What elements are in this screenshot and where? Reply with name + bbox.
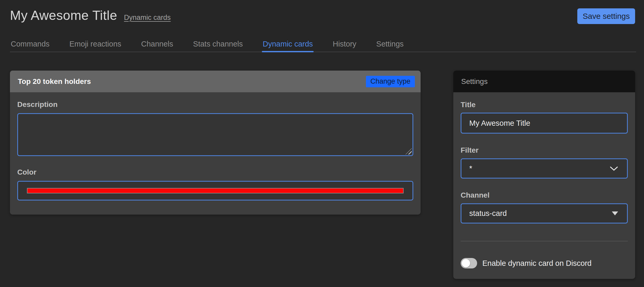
filter-label: Filter bbox=[461, 146, 628, 154]
color-swatch bbox=[27, 188, 404, 193]
title-row: My Awesome Title Dynamic cards bbox=[10, 8, 171, 23]
settings-panel-header: Settings bbox=[453, 71, 635, 92]
card-header: Top 20 token holders Change type bbox=[10, 71, 421, 92]
description-textarea[interactable] bbox=[17, 113, 413, 156]
toggle-knob bbox=[462, 259, 470, 267]
channel-select-value: status-card bbox=[469, 209, 507, 218]
page-title: My Awesome Title bbox=[10, 8, 117, 23]
dynamic-card-editor: Top 20 token holders Change type Descrip… bbox=[10, 71, 421, 215]
enable-dynamic-card-toggle[interactable] bbox=[461, 258, 477, 268]
card-title: Top 20 token holders bbox=[18, 77, 91, 86]
tab-stats-channels[interactable]: Stats channels bbox=[192, 37, 244, 51]
tab-history[interactable]: History bbox=[332, 37, 357, 51]
settings-panel-body: Title Filter * Channel status-card Enabl… bbox=[453, 101, 635, 268]
dynamic-cards-breadcrumb-link[interactable]: Dynamic cards bbox=[124, 14, 171, 22]
toggle-label: Enable dynamic card on Discord bbox=[482, 259, 591, 268]
filter-select-value: * bbox=[469, 164, 472, 173]
description-label: Description bbox=[17, 100, 413, 109]
page-header: My Awesome Title Dynamic cards Save sett… bbox=[10, 0, 635, 30]
tab-bar: Commands Emoji reactions Channels Stats … bbox=[10, 37, 636, 52]
toggle-row: Enable dynamic card on Discord bbox=[461, 258, 628, 268]
tab-commands[interactable]: Commands bbox=[10, 37, 50, 51]
color-input[interactable] bbox=[17, 181, 413, 200]
divider bbox=[461, 241, 628, 242]
save-settings-button[interactable]: Save settings bbox=[577, 8, 635, 24]
tab-dynamic-cards[interactable]: Dynamic cards bbox=[262, 37, 314, 51]
title-label: Title bbox=[461, 101, 628, 109]
settings-panel: Settings Title Filter * Channel status-c… bbox=[453, 71, 635, 279]
channel-select[interactable]: status-card bbox=[461, 203, 628, 223]
description-field-wrap bbox=[17, 113, 413, 156]
caret-down-icon bbox=[612, 211, 618, 215]
title-input[interactable] bbox=[461, 113, 628, 134]
filter-select[interactable]: * bbox=[461, 158, 628, 179]
tab-channels[interactable]: Channels bbox=[140, 37, 174, 51]
card-body: Description Color bbox=[10, 100, 421, 200]
color-label: Color bbox=[17, 168, 413, 176]
change-type-button[interactable]: Change type bbox=[366, 76, 415, 87]
settings-panel-title: Settings bbox=[461, 77, 488, 86]
tab-settings[interactable]: Settings bbox=[375, 37, 404, 51]
channel-label: Channel bbox=[461, 191, 628, 199]
chevron-down-icon bbox=[610, 166, 618, 171]
tab-emoji-reactions[interactable]: Emoji reactions bbox=[69, 37, 122, 51]
